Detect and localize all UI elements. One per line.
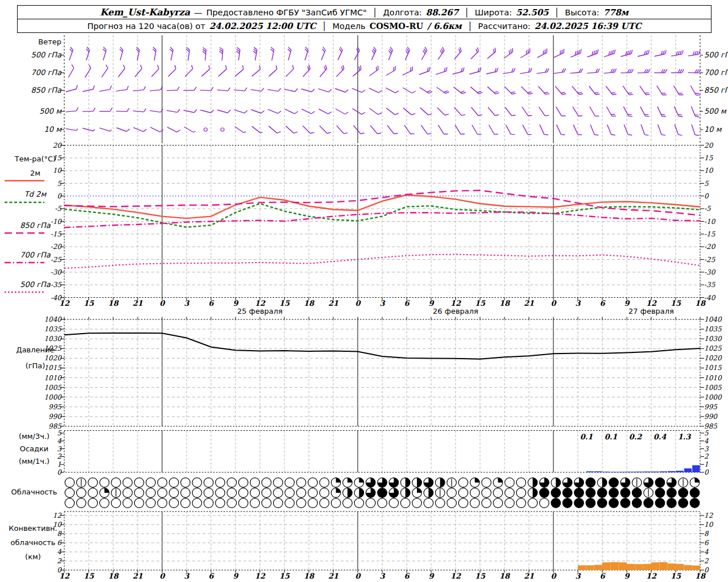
alt-label: Высота: <box>565 6 599 19</box>
model-name: COSMO-RU <box>370 19 424 32</box>
precip-bars <box>586 465 700 472</box>
lat-value: 52.505 <box>516 6 548 19</box>
alt-value: 778м <box>603 6 628 19</box>
header-row-2: Прогноз на 120 часа(ов) от 24.02.2025 12… <box>18 19 711 32</box>
model-label: Модель <box>332 20 365 33</box>
separator: │ <box>466 20 474 33</box>
model-res: / 6.6км <box>427 20 462 33</box>
forecast-label: Прогноз на 120 часа(ов) от <box>87 20 205 33</box>
calc-label: Рассчитано: <box>478 20 531 33</box>
lon-value: 88.267 <box>426 6 458 19</box>
header: Kem_Ust-Kabyrza — Предоставлено ФГБУ "За… <box>17 5 712 33</box>
meteogram-page: { "header": { "station": "Kem_Ust-Kabyrz… <box>0 0 728 582</box>
separator: │ <box>320 20 329 33</box>
convective-bars <box>578 562 700 570</box>
temperature-legend-samples <box>5 181 44 292</box>
separator: │ <box>462 6 471 19</box>
separator: │ <box>371 6 379 19</box>
lon-label: Долгота: <box>383 6 422 19</box>
cloudiness-rows <box>65 478 700 508</box>
forecast-time: 24.02.2025 12:00 UTC <box>209 20 316 33</box>
header-dash: — <box>194 6 202 19</box>
separator: │ <box>553 6 561 19</box>
header-row-1: Kem_Ust-Kabyrza — Предоставлено ФГБУ "За… <box>18 6 711 19</box>
wind-barbs-layer <box>66 47 701 136</box>
meteogram-plot <box>0 0 728 582</box>
lat-label: Широта: <box>475 6 512 19</box>
calc-time: 24.02.2025 16:39 UTC <box>535 20 642 33</box>
provider: Предоставлено ФГБУ "ЗапСиб УГМС" <box>206 6 367 19</box>
station-name: Kem_Ust-Kabyrza <box>100 6 190 19</box>
